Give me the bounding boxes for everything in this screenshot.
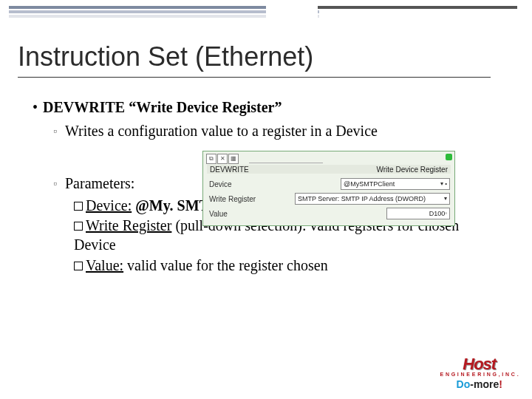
row-write-register: Write Register SMTP Server: SMTP IP Addr… — [209, 193, 450, 205]
chevron-down-icon: ▾ • — [440, 179, 447, 189]
logo-domore: Do-more! — [440, 378, 519, 390]
cmd-title: “Write Device Register” — [129, 99, 282, 115]
dialog-name-field[interactable] — [249, 154, 323, 163]
row-device: Device @MySMTPClient▾ • — [209, 178, 450, 190]
dialog-header: DEVWRITE Write Device Register — [207, 165, 451, 174]
dialog-cmd: DEVWRITE — [210, 166, 249, 174]
tool-icon[interactable]: ✕ — [217, 154, 228, 164]
page-title: Instruction Set (Ethernet) — [18, 41, 491, 78]
device-select[interactable]: @MySMTPClient▾ • — [341, 178, 450, 190]
footer-logo: Host E N G I N E E R I N G , I N C . Do-… — [440, 355, 519, 390]
chevron-down-icon: ▾ — [444, 194, 447, 204]
status-dot-icon — [446, 154, 452, 160]
sub-desc: ▫Writes a configuration value to a regis… — [53, 122, 502, 141]
tool-icon[interactable]: ⧉ — [206, 154, 216, 164]
cmd-name: DEVWRITE — [43, 99, 125, 115]
tag-icon: ◦ — [445, 208, 447, 219]
logo-tagline: E N G I N E E R I N G , I N C . — [440, 372, 519, 377]
header-stripes — [0, 6, 532, 28]
write-register-select[interactable]: SMTP Server: SMTP IP Address (DWORD)▾ — [295, 193, 450, 205]
dialog-cmd-title: Write Device Register — [376, 166, 448, 174]
param-value: Value: valid value for the register chos… — [74, 256, 502, 276]
tool-icon[interactable]: ▦ — [228, 154, 239, 164]
dialog-devwrite: ⧉ ✕ ▦ DEVWRITE Write Device Register Dev… — [202, 151, 455, 226]
value-input[interactable]: D100◦ — [386, 208, 450, 219]
bullet-main: •DEVWRITE “Write Device Register” — [33, 98, 502, 117]
row-value: Value D100◦ — [209, 208, 450, 219]
dialog-toolbar: ⧉ ✕ ▦ — [206, 154, 239, 164]
